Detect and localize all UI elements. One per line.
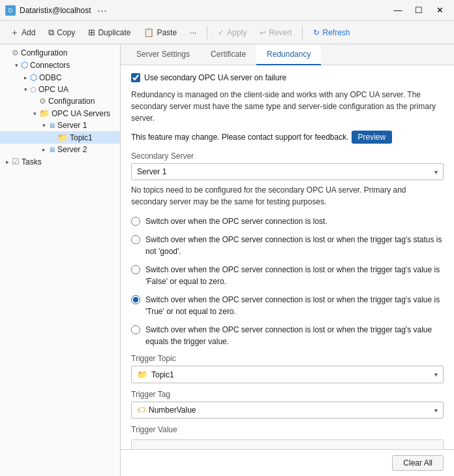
radio-5-label[interactable]: Switch over when the OPC server connecti… [145, 324, 444, 347]
revert-icon: ↩ [260, 28, 266, 37]
add-button[interactable]: ＋ Add [5, 25, 40, 40]
sidebar-label-server1: Server 1 [57, 121, 87, 130]
add-icon: ＋ [10, 27, 19, 39]
radio-5[interactable] [131, 325, 140, 334]
secondary-server-arrow: ▾ [434, 168, 438, 176]
toggle-tasks[interactable]: ▸ [3, 159, 12, 165]
opcua-icon: ⬡ [30, 86, 37, 94]
radio-option-2[interactable]: Switch over when the OPC server connecti… [131, 234, 444, 257]
duplicate-icon: ⊞ [88, 27, 95, 37]
apply-check-icon: ✓ [218, 28, 224, 37]
sidebar: ⚙ Configuration ▾ ⬡ Connectors ▸ ⬡ ODBC … [0, 44, 121, 476]
copy-button[interactable]: ⧉ Copy [43, 25, 80, 40]
radio-2[interactable] [131, 235, 140, 244]
radio-4-label[interactable]: Switch over when the OPC server connecti… [145, 294, 444, 317]
radio-option-1[interactable]: Switch over when the OPC server connecti… [131, 215, 444, 227]
toggle-connectors[interactable]: ▾ [12, 62, 21, 69]
radio-option-4[interactable]: Switch over when the OPC server connecti… [131, 294, 444, 317]
trigger-topic-value: Topic1 [151, 370, 174, 379]
sidebar-item-opc-ua-servers[interactable]: ▾ 📁 OPC UA Servers [0, 107, 120, 119]
sidebar-label-connectors: Connectors [30, 61, 70, 70]
duplicate-label: Duplicate [98, 28, 130, 37]
tab-server-settings[interactable]: Server Settings [126, 44, 200, 65]
sidebar-item-opcua[interactable]: ▾ ⬡ OPC UA [0, 84, 120, 95]
sidebar-label-server2: Server 2 [57, 145, 87, 154]
app-title: Dataristix@localhost [20, 6, 91, 15]
radio-option-3[interactable]: Switch over when the OPC server connecti… [131, 264, 444, 287]
duplicate-button[interactable]: ⊞ Duplicate [83, 25, 136, 39]
sidebar-item-configuration[interactable]: ⚙ Configuration [0, 47, 120, 59]
toggle-server2[interactable]: ▸ [39, 146, 48, 153]
copy-icon: ⧉ [48, 27, 54, 38]
radio-1-label[interactable]: Switch over when the OPC server connecti… [145, 215, 327, 227]
redundancy-panel: Use secondary OPC UA server on failure R… [121, 65, 454, 449]
apply-button[interactable]: ✓ Apply [213, 26, 252, 39]
toolbar-more-button[interactable]: ··· [185, 26, 202, 39]
app-icon: D [5, 5, 16, 16]
main-layout: ⚙ Configuration ▾ ⬡ Connectors ▸ ⬡ ODBC … [0, 44, 454, 476]
radio-4[interactable] [131, 295, 140, 304]
maximize-button[interactable]: ☐ [410, 4, 428, 17]
trigger-tag-dropdown[interactable]: 🏷 NumberValue ▾ [131, 402, 444, 419]
secondary-server-dropdown[interactable]: Server 1 ▾ [131, 163, 444, 180]
radio-3-label[interactable]: Switch over when the OPC server connecti… [145, 264, 444, 287]
titlebar: D Dataristix@localhost ··· — ☐ ✕ [0, 0, 454, 21]
refresh-icon: ↻ [313, 28, 320, 37]
sidebar-label-opcua: OPC UA [38, 85, 68, 94]
use-secondary-label[interactable]: Use secondary OPC UA server on failure [144, 73, 286, 82]
radio-1[interactable] [131, 217, 140, 226]
secondary-server-value: Server 1 [137, 167, 166, 176]
sidebar-item-topic1[interactable]: 📁 Topic1 [0, 131, 120, 144]
toolbar: ＋ Add ⧉ Copy ⊞ Duplicate 📋 Paste ··· ✓ A… [0, 21, 454, 44]
close-button[interactable]: ✕ [431, 4, 449, 17]
radio-option-5[interactable]: Switch over when the OPC server connecti… [131, 324, 444, 347]
connector-icon: ⬡ [21, 60, 28, 70]
minimize-button[interactable]: — [389, 4, 407, 17]
use-secondary-checkbox[interactable] [131, 73, 140, 82]
trigger-tag-icon: 🏷 [137, 405, 145, 415]
titlebar-more[interactable]: ··· [95, 5, 110, 16]
radio-3[interactable] [131, 265, 140, 274]
bottom-bar: Clear All [121, 449, 454, 476]
preview-button[interactable]: Preview [352, 131, 393, 144]
trigger-topic-dropdown[interactable]: 📁 Topic1 ▾ [131, 366, 444, 383]
trigger-topic-label: Trigger Topic [131, 354, 444, 363]
paste-label: Paste [157, 28, 177, 37]
sidebar-item-odbc[interactable]: ▸ ⬡ ODBC [0, 71, 120, 84]
gear-icon: ⚙ [12, 48, 19, 57]
tab-certificate[interactable]: Certificate [200, 44, 256, 65]
toolbar-sep-1 [207, 26, 207, 39]
use-secondary-row: Use secondary OPC UA server on failure [131, 73, 444, 82]
refresh-button[interactable]: ↻ Refresh [308, 26, 355, 39]
server2-icon: 🖥 [48, 146, 55, 153]
sidebar-item-server1[interactable]: ▾ 🖥 Server 1 [0, 119, 120, 131]
radio-2-label[interactable]: Switch over when the OPC server connecti… [145, 234, 444, 257]
secondary-server-label: Secondary Server [131, 151, 444, 161]
sidebar-item-opc-configuration[interactable]: ⚙ Configuration [0, 95, 120, 107]
paste-icon: 📋 [144, 27, 154, 37]
content-area: Server Settings Certificate Redundancy U… [121, 44, 454, 476]
toggle-opcua[interactable]: ▾ [21, 86, 30, 93]
trigger-topic-folder-icon: 📁 [137, 370, 147, 379]
trigger-value-input[interactable] [131, 439, 444, 449]
trigger-tag-label: Trigger Tag [131, 390, 444, 399]
toolbar-sep-2 [302, 26, 303, 39]
trigger-tag-value: NumberValue [149, 405, 196, 415]
trigger-topic-section: Trigger Topic 📁 Topic1 ▾ [131, 354, 444, 383]
clear-all-button[interactable]: Clear All [392, 455, 444, 471]
sidebar-label-tasks: Tasks [22, 157, 42, 167]
paste-button[interactable]: 📋 Paste [138, 25, 182, 39]
info-note: No topics need to be configured for the … [131, 184, 444, 208]
tab-redundancy[interactable]: Redundancy [256, 44, 321, 65]
sidebar-label-opc-ua-servers: OPC UA Servers [52, 109, 110, 118]
revert-button[interactable]: ↩ Revert [254, 26, 297, 39]
toggle-odbc[interactable]: ▸ [21, 74, 30, 81]
trigger-tag-section: Trigger Tag 🏷 NumberValue ▾ [131, 390, 444, 419]
sidebar-item-connectors[interactable]: ▾ ⬡ Connectors [0, 59, 120, 71]
toggle-server1[interactable]: ▾ [39, 122, 48, 129]
sidebar-item-server2[interactable]: ▸ 🖥 Server 2 [0, 144, 120, 155]
sidebar-item-tasks[interactable]: ▸ ☑ Tasks [0, 155, 120, 168]
trigger-value-section: Trigger Value [131, 425, 444, 449]
toggle-servers[interactable]: ▾ [30, 110, 39, 117]
refresh-label: Refresh [322, 28, 350, 37]
